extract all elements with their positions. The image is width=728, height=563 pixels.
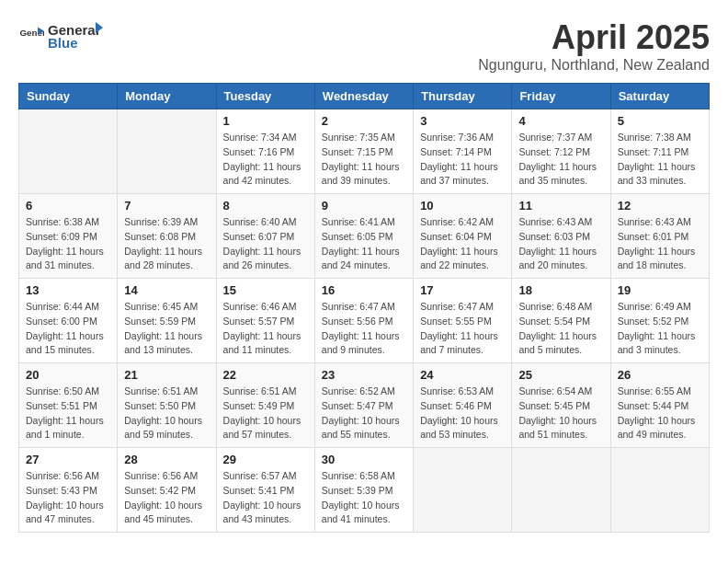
day-detail: Sunrise: 6:39 AMSunset: 6:08 PMDaylight:… <box>124 215 209 273</box>
calendar-cell: 9Sunrise: 6:41 AMSunset: 6:05 PMDaylight… <box>314 194 413 279</box>
weekday-header: Sunday <box>19 84 118 109</box>
calendar-cell: 26Sunrise: 6:55 AMSunset: 5:44 PMDayligh… <box>610 363 709 448</box>
day-detail: Sunrise: 6:56 AMSunset: 5:43 PMDaylight:… <box>26 469 110 527</box>
weekday-header: Monday <box>118 84 216 109</box>
day-detail: Sunrise: 6:56 AMSunset: 5:42 PMDaylight:… <box>124 469 209 527</box>
calendar-cell: 15Sunrise: 6:46 AMSunset: 5:57 PMDayligh… <box>216 279 314 363</box>
weekday-header: Tuesday <box>216 84 314 109</box>
calendar-cell: 1Sunrise: 7:34 AMSunset: 7:16 PMDaylight… <box>216 109 314 194</box>
page-header: General General Blue April 2025 Ngunguru… <box>18 18 710 74</box>
day-detail: Sunrise: 6:38 AMSunset: 6:09 PMDaylight:… <box>26 215 110 273</box>
day-detail: Sunrise: 6:49 AMSunset: 5:52 PMDaylight:… <box>618 300 702 358</box>
day-detail: Sunrise: 6:44 AMSunset: 6:00 PMDaylight:… <box>26 300 110 358</box>
day-detail: Sunrise: 6:43 AMSunset: 6:01 PMDaylight:… <box>618 215 702 273</box>
day-detail: Sunrise: 6:43 AMSunset: 6:03 PMDaylight:… <box>518 215 603 273</box>
calendar-cell: 13Sunrise: 6:44 AMSunset: 6:00 PMDayligh… <box>19 279 118 363</box>
calendar-cell: 10Sunrise: 6:42 AMSunset: 6:04 PMDayligh… <box>414 194 512 279</box>
day-number: 1 <box>223 114 308 128</box>
day-detail: Sunrise: 6:51 AMSunset: 5:50 PMDaylight:… <box>124 385 209 442</box>
calendar-cell: 25Sunrise: 6:54 AMSunset: 5:45 PMDayligh… <box>512 363 610 448</box>
svg-text:Blue: Blue <box>48 35 78 51</box>
day-number: 16 <box>322 283 406 297</box>
calendar-cell: 2Sunrise: 7:35 AMSunset: 7:15 PMDaylight… <box>314 109 413 194</box>
day-detail: Sunrise: 6:57 AMSunset: 5:41 PMDaylight:… <box>223 469 308 527</box>
calendar-cell: 8Sunrise: 6:40 AMSunset: 6:07 PMDaylight… <box>216 194 314 279</box>
calendar-cell <box>118 109 216 194</box>
day-number: 17 <box>420 283 505 297</box>
logo-svg: General Blue <box>48 18 103 52</box>
day-detail: Sunrise: 6:55 AMSunset: 5:44 PMDaylight:… <box>618 385 702 442</box>
page-title: April 2025 <box>478 18 710 57</box>
day-detail: Sunrise: 6:46 AMSunset: 5:57 PMDaylight:… <box>223 300 308 358</box>
calendar-cell: 3Sunrise: 7:36 AMSunset: 7:14 PMDaylight… <box>414 109 512 194</box>
calendar-cell: 12Sunrise: 6:43 AMSunset: 6:01 PMDayligh… <box>610 194 709 279</box>
day-detail: Sunrise: 7:34 AMSunset: 7:16 PMDaylight:… <box>223 131 308 189</box>
calendar-cell: 6Sunrise: 6:38 AMSunset: 6:09 PMDaylight… <box>19 194 118 279</box>
calendar-cell: 24Sunrise: 6:53 AMSunset: 5:46 PMDayligh… <box>414 363 512 448</box>
calendar-table: SundayMondayTuesdayWednesdayThursdayFrid… <box>18 83 710 533</box>
calendar-week-row: 27Sunrise: 6:56 AMSunset: 5:43 PMDayligh… <box>19 448 710 533</box>
calendar-cell: 21Sunrise: 6:51 AMSunset: 5:50 PMDayligh… <box>118 363 216 448</box>
calendar-cell: 28Sunrise: 6:56 AMSunset: 5:42 PMDayligh… <box>118 448 216 533</box>
day-number: 6 <box>26 199 110 213</box>
calendar-cell: 30Sunrise: 6:58 AMSunset: 5:39 PMDayligh… <box>314 448 413 533</box>
calendar-week-row: 13Sunrise: 6:44 AMSunset: 6:00 PMDayligh… <box>19 279 710 363</box>
day-number: 4 <box>518 114 603 128</box>
day-detail: Sunrise: 6:58 AMSunset: 5:39 PMDaylight:… <box>322 469 406 527</box>
day-detail: Sunrise: 6:47 AMSunset: 5:56 PMDaylight:… <box>322 300 406 358</box>
day-detail: Sunrise: 6:45 AMSunset: 5:59 PMDaylight:… <box>124 300 209 358</box>
calendar-header-row: SundayMondayTuesdayWednesdayThursdayFrid… <box>19 84 710 109</box>
calendar-week-row: 20Sunrise: 6:50 AMSunset: 5:51 PMDayligh… <box>19 363 710 448</box>
day-detail: Sunrise: 6:50 AMSunset: 5:51 PMDaylight:… <box>26 385 110 442</box>
calendar-cell: 18Sunrise: 6:48 AMSunset: 5:54 PMDayligh… <box>512 279 610 363</box>
calendar-cell: 11Sunrise: 6:43 AMSunset: 6:03 PMDayligh… <box>512 194 610 279</box>
calendar-cell: 7Sunrise: 6:39 AMSunset: 6:08 PMDaylight… <box>118 194 216 279</box>
day-detail: Sunrise: 6:40 AMSunset: 6:07 PMDaylight:… <box>223 215 308 273</box>
weekday-header: Wednesday <box>314 84 413 109</box>
calendar-cell: 17Sunrise: 6:47 AMSunset: 5:55 PMDayligh… <box>414 279 512 363</box>
day-number: 21 <box>124 368 209 382</box>
day-number: 26 <box>618 368 702 382</box>
day-number: 22 <box>223 368 308 382</box>
title-area: April 2025 Ngunguru, Northland, New Zeal… <box>478 18 710 74</box>
weekday-header: Friday <box>512 84 610 109</box>
calendar-cell: 29Sunrise: 6:57 AMSunset: 5:41 PMDayligh… <box>216 448 314 533</box>
svg-marker-3 <box>96 22 103 33</box>
page-subtitle: Ngunguru, Northland, New Zealand <box>478 57 710 74</box>
day-number: 30 <box>322 453 406 466</box>
day-number: 14 <box>124 283 209 297</box>
weekday-header: Saturday <box>610 84 709 109</box>
calendar-cell <box>512 448 610 533</box>
day-number: 9 <box>322 199 406 213</box>
calendar-cell <box>610 448 709 533</box>
day-number: 5 <box>618 114 702 128</box>
calendar-cell: 16Sunrise: 6:47 AMSunset: 5:56 PMDayligh… <box>314 279 413 363</box>
day-number: 24 <box>420 368 505 382</box>
day-number: 25 <box>518 368 603 382</box>
day-number: 2 <box>322 114 406 128</box>
day-detail: Sunrise: 6:42 AMSunset: 6:04 PMDaylight:… <box>420 215 505 273</box>
day-number: 29 <box>223 453 308 466</box>
day-number: 15 <box>223 283 308 297</box>
calendar-cell: 22Sunrise: 6:51 AMSunset: 5:49 PMDayligh… <box>216 363 314 448</box>
day-number: 13 <box>26 283 110 297</box>
day-detail: Sunrise: 6:51 AMSunset: 5:49 PMDaylight:… <box>223 385 308 442</box>
day-number: 3 <box>420 114 505 128</box>
calendar-cell: 4Sunrise: 7:37 AMSunset: 7:12 PMDaylight… <box>512 109 610 194</box>
calendar-week-row: 1Sunrise: 7:34 AMSunset: 7:16 PMDaylight… <box>19 109 710 194</box>
calendar-cell: 19Sunrise: 6:49 AMSunset: 5:52 PMDayligh… <box>610 279 709 363</box>
day-detail: Sunrise: 6:48 AMSunset: 5:54 PMDaylight:… <box>518 300 603 358</box>
calendar-cell: 14Sunrise: 6:45 AMSunset: 5:59 PMDayligh… <box>118 279 216 363</box>
day-detail: Sunrise: 6:53 AMSunset: 5:46 PMDaylight:… <box>420 385 505 442</box>
day-number: 8 <box>223 199 308 213</box>
day-number: 18 <box>518 283 603 297</box>
calendar-cell <box>414 448 512 533</box>
calendar-week-row: 6Sunrise: 6:38 AMSunset: 6:09 PMDaylight… <box>19 194 710 279</box>
day-detail: Sunrise: 6:41 AMSunset: 6:05 PMDaylight:… <box>322 215 406 273</box>
day-number: 7 <box>124 199 209 213</box>
logo-icon: General <box>18 22 44 48</box>
calendar-cell: 23Sunrise: 6:52 AMSunset: 5:47 PMDayligh… <box>314 363 413 448</box>
calendar-cell: 5Sunrise: 7:38 AMSunset: 7:11 PMDaylight… <box>610 109 709 194</box>
day-detail: Sunrise: 6:47 AMSunset: 5:55 PMDaylight:… <box>420 300 505 358</box>
day-detail: Sunrise: 6:54 AMSunset: 5:45 PMDaylight:… <box>518 385 603 442</box>
